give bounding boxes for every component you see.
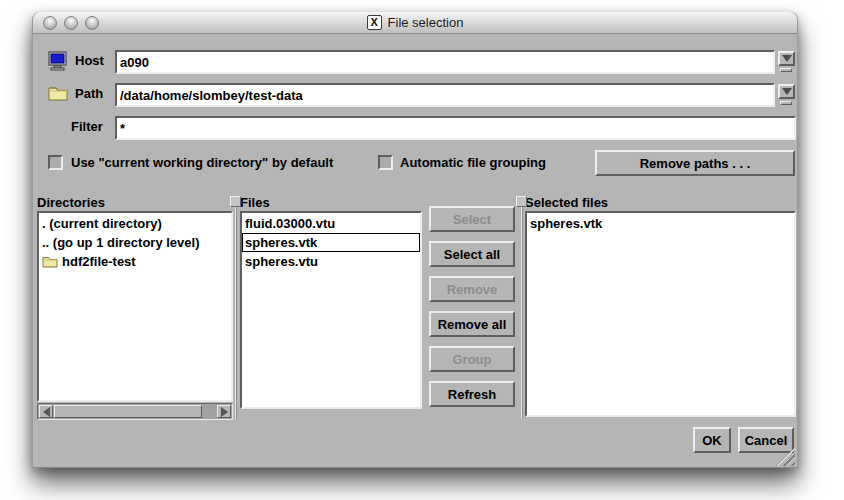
group-button[interactable]: Group	[429, 346, 515, 372]
path-input[interactable]	[115, 83, 775, 107]
window-title: File selection	[388, 15, 464, 30]
zoom-button[interactable]	[85, 16, 99, 30]
selected-files-panel-label: Selected files	[525, 195, 608, 210]
scroll-left-arrow[interactable]	[39, 405, 53, 418]
window-title-area: X File selection	[367, 15, 464, 30]
list-item[interactable]: . (current directory)	[39, 214, 231, 233]
ok-button[interactable]: OK	[693, 427, 731, 453]
list-item[interactable]: fluid.03000.vtu	[242, 214, 420, 233]
list-item[interactable]: .. (go up 1 directory level)	[39, 233, 231, 252]
select-all-button[interactable]: Select all	[429, 241, 515, 267]
cancel-button[interactable]: Cancel	[738, 427, 794, 453]
sash-handle[interactable]	[230, 196, 241, 207]
path-folder-icon	[48, 85, 68, 101]
minimize-button[interactable]	[64, 16, 78, 30]
pane-divider[interactable]	[521, 198, 523, 419]
refresh-button[interactable]: Refresh	[429, 381, 515, 407]
window-controls	[43, 16, 99, 30]
auto-grouping-label: Automatic file grouping	[400, 155, 546, 170]
sash-handle[interactable]	[516, 196, 527, 207]
files-panel-label: Files	[240, 195, 270, 210]
filter-label: Filter	[71, 119, 103, 134]
path-label: Path	[75, 86, 103, 101]
host-label: Host	[75, 53, 104, 68]
scrollbar-thumb[interactable]	[54, 405, 202, 418]
close-button[interactable]	[43, 16, 57, 30]
files-list[interactable]: fluid.03000.vtu spheres.vtk spheres.vtu	[240, 211, 422, 409]
list-item[interactable]: hdf2file-test	[39, 252, 231, 271]
directories-panel-label: Directories	[37, 195, 105, 210]
remove-button[interactable]: Remove	[429, 276, 515, 302]
cwd-checkbox[interactable]	[48, 155, 63, 170]
file-selection-dialog: X File selection Host Path Filter Use	[32, 12, 798, 468]
remove-paths-button[interactable]: Remove paths . . .	[595, 150, 795, 176]
directories-list[interactable]: . (current directory) .. (go up 1 direct…	[37, 211, 233, 402]
select-button[interactable]: Select	[429, 206, 515, 232]
directories-hscrollbar[interactable]	[37, 403, 233, 420]
scroll-right-arrow[interactable]	[217, 405, 231, 418]
chevron-down-icon	[782, 55, 792, 62]
list-item[interactable]: spheres.vtk	[527, 214, 794, 233]
auto-grouping-checkbox[interactable]	[378, 155, 393, 170]
pane-divider[interactable]	[235, 198, 237, 419]
filter-input[interactable]	[115, 116, 796, 140]
list-item-selected[interactable]: spheres.vtk	[242, 233, 420, 252]
selected-files-list[interactable]: spheres.vtk	[525, 211, 796, 417]
cwd-checkbox-label: Use "current working directory" by defau…	[71, 155, 333, 170]
titlebar[interactable]: X File selection	[33, 12, 797, 34]
folder-icon	[42, 255, 58, 268]
list-item[interactable]: spheres.vtu	[242, 252, 420, 271]
host-history-dropdown[interactable]	[777, 50, 797, 74]
host-computer-icon	[48, 51, 69, 71]
host-input[interactable]	[115, 50, 775, 74]
path-history-dropdown[interactable]	[777, 83, 797, 107]
chevron-down-icon	[782, 88, 792, 95]
x11-app-icon: X	[367, 15, 382, 30]
remove-all-button[interactable]: Remove all	[429, 311, 515, 337]
